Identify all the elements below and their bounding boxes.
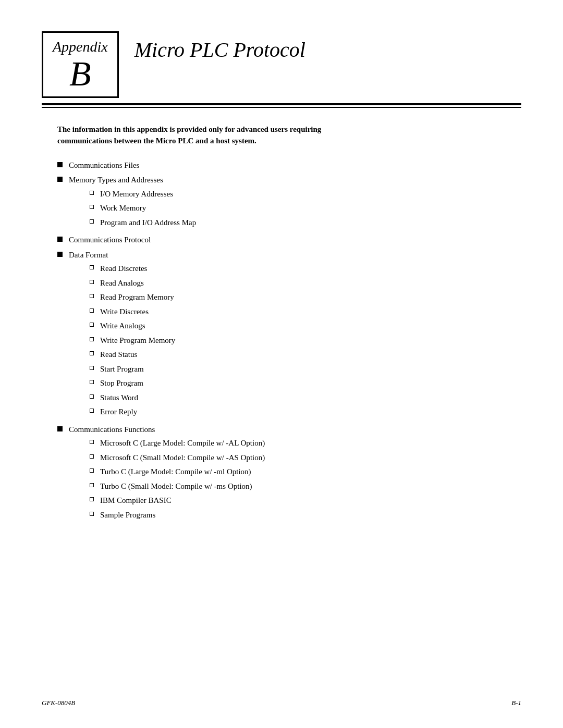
bullet-small-square-icon bbox=[90, 351, 94, 355]
main-item-label: Memory Types and Addresses bbox=[69, 176, 163, 184]
list-item: Status Word bbox=[90, 392, 175, 404]
sub-item-label: Start Program bbox=[100, 363, 144, 375]
bullet-square-icon bbox=[57, 237, 63, 242]
sub-item-label: Write Discretes bbox=[100, 306, 149, 318]
bullet-small-square-icon bbox=[90, 265, 94, 269]
list-item: IBM Compiler BASIC bbox=[90, 495, 265, 507]
page-title: Micro PLC Protocol bbox=[134, 31, 305, 63]
sub-item-label: Read Analogs bbox=[100, 277, 144, 289]
bullet-square-icon bbox=[57, 177, 63, 182]
footer-page-number: B-1 bbox=[511, 699, 521, 707]
sub-item-label: I/O Memory Addresses bbox=[100, 188, 173, 200]
sub-item-label: Write Program Memory bbox=[100, 335, 175, 347]
main-list: Communications Files Memory Types and Ad… bbox=[57, 159, 506, 524]
footer-doc-id: GFK-0804B bbox=[42, 699, 75, 707]
bullet-small-square-icon bbox=[90, 323, 94, 327]
list-item: Start Program bbox=[90, 363, 175, 375]
bullet-small-square-icon bbox=[90, 280, 94, 284]
bullet-small-square-icon bbox=[90, 294, 94, 298]
header-section: Appendix B Micro PLC Protocol bbox=[42, 31, 521, 98]
bullet-square-icon bbox=[57, 162, 63, 167]
appendix-letter: B bbox=[69, 56, 91, 91]
bullet-small-square-icon bbox=[90, 309, 94, 313]
list-item: Communications Functions Microsoft C (La… bbox=[57, 424, 506, 524]
sub-list: Microsoft C (Large Model: Compile w/ -AL… bbox=[90, 437, 265, 521]
list-item: Read Discretes bbox=[90, 263, 175, 275]
sub-list: I/O Memory Addresses Work Memory Program… bbox=[90, 188, 196, 229]
list-item: Write Analogs bbox=[90, 320, 175, 332]
appendix-label: Appendix bbox=[53, 38, 108, 56]
sub-item-label: Read Program Memory bbox=[100, 291, 174, 303]
sub-item-label: Status Word bbox=[100, 392, 138, 404]
list-item: Sample Programs bbox=[90, 509, 265, 521]
bullet-small-square-icon bbox=[90, 205, 94, 209]
bullet-small-square-icon bbox=[90, 366, 94, 370]
sub-list: Read Discretes Read Analogs Read Program… bbox=[90, 263, 175, 418]
appendix-box: Appendix B bbox=[42, 31, 119, 98]
bullet-small-square-icon bbox=[90, 440, 94, 444]
list-item: Turbo C (Small Model: Compile w/ -ms Opt… bbox=[90, 480, 265, 492]
body-content: The information in this appendix is prov… bbox=[42, 124, 521, 524]
list-item: Program and I/O Address Map bbox=[90, 217, 196, 229]
list-item: Write Program Memory bbox=[90, 335, 175, 347]
bullet-small-square-icon bbox=[90, 337, 94, 341]
bullet-square-icon bbox=[57, 252, 63, 257]
main-item-label: Communications Functions bbox=[69, 425, 155, 434]
bullet-small-square-icon bbox=[90, 454, 94, 459]
page: Appendix B Micro PLC Protocol The inform… bbox=[0, 0, 563, 728]
sub-item-label: Read Status bbox=[100, 349, 137, 361]
main-item-label: Communications Protocol bbox=[69, 234, 151, 246]
list-item: Read Analogs bbox=[90, 277, 175, 289]
bullet-small-square-icon bbox=[90, 409, 94, 413]
list-item: Error Reply bbox=[90, 406, 175, 418]
list-item: I/O Memory Addresses bbox=[90, 188, 196, 200]
list-item: Turbo C (Large Model: Compile w/ -ml Opt… bbox=[90, 466, 265, 478]
header-rule bbox=[42, 103, 521, 108]
bullet-small-square-icon bbox=[90, 497, 94, 501]
sub-item-label: Read Discretes bbox=[100, 263, 147, 275]
list-item: Microsoft C (Large Model: Compile w/ -AL… bbox=[90, 437, 265, 449]
bullet-small-square-icon bbox=[90, 394, 94, 399]
bullet-small-square-icon bbox=[90, 468, 94, 473]
bullet-small-square-icon bbox=[90, 512, 94, 516]
sub-item-label: Turbo C (Small Model: Compile w/ -ms Opt… bbox=[100, 480, 252, 492]
bullet-small-square-icon bbox=[90, 191, 94, 195]
list-item: Write Discretes bbox=[90, 306, 175, 318]
sub-item-label: Microsoft C (Small Model: Compile w/ -AS… bbox=[100, 452, 265, 464]
list-item: Memory Types and Addresses I/O Memory Ad… bbox=[57, 174, 506, 231]
sub-item-label: Stop Program bbox=[100, 377, 143, 389]
bullet-small-square-icon bbox=[90, 483, 94, 487]
sub-item-label: Microsoft C (Large Model: Compile w/ -AL… bbox=[100, 437, 265, 449]
sub-item-label: Program and I/O Address Map bbox=[100, 217, 196, 229]
list-item: Read Program Memory bbox=[90, 291, 175, 303]
bullet-small-square-icon bbox=[90, 219, 94, 224]
list-item: Work Memory bbox=[90, 202, 196, 214]
sub-item-label: Write Analogs bbox=[100, 320, 145, 332]
list-item: Communications Protocol bbox=[57, 234, 506, 246]
list-item: Stop Program bbox=[90, 377, 175, 389]
intro-text: The information in this appendix is prov… bbox=[57, 124, 506, 147]
bullet-square-icon bbox=[57, 426, 63, 431]
list-item: Read Status bbox=[90, 349, 175, 361]
sub-item-label: Error Reply bbox=[100, 406, 137, 418]
list-item: Communications Files bbox=[57, 159, 506, 171]
main-item-label: Data Format bbox=[69, 251, 108, 259]
sub-item-label: IBM Compiler BASIC bbox=[100, 495, 172, 507]
list-item: Data Format Read Discretes Read Analogs bbox=[57, 249, 506, 421]
bullet-small-square-icon bbox=[90, 380, 94, 384]
list-item: Microsoft C (Small Model: Compile w/ -AS… bbox=[90, 452, 265, 464]
sub-item-label: Work Memory bbox=[100, 202, 146, 214]
sub-item-label: Turbo C (Large Model: Compile w/ -ml Opt… bbox=[100, 466, 251, 478]
sub-item-label: Sample Programs bbox=[100, 509, 155, 521]
page-footer: GFK-0804B B-1 bbox=[42, 699, 521, 707]
main-item-label: Communications Files bbox=[69, 159, 139, 171]
